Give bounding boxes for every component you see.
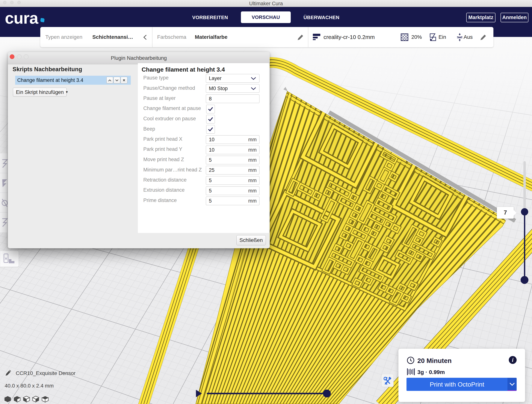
svg-text:i: i: [512, 357, 514, 363]
